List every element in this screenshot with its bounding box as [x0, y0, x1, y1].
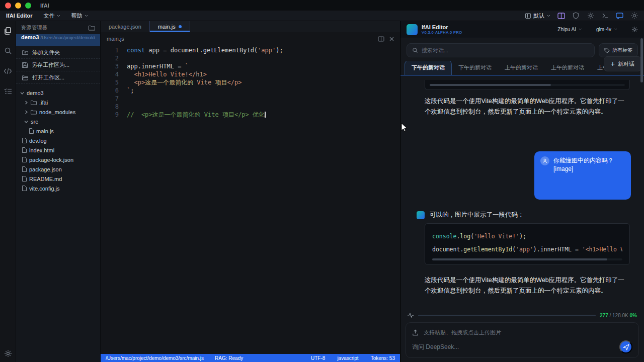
settings-gear-icon[interactable]	[4, 349, 13, 358]
search-icon[interactable]	[4, 46, 13, 55]
ai-panel: IfAI Editor V0.3.0-ALPHA.0 PRO Zhipu AI …	[400, 21, 644, 362]
text-caret	[265, 112, 266, 118]
tree-item-demo3[interactable]: demo3	[16, 88, 100, 98]
tree-item-index.html[interactable]: index.html	[16, 145, 100, 155]
code-icon[interactable]	[4, 66, 13, 75]
provider-select[interactable]: Zhipu AI	[557, 27, 582, 32]
chat-history[interactable]: 这段代码是一个使用Vite构建的最简单的Web应用程序。它首先打印了一个欢迎信息…	[400, 76, 644, 311]
status-encoding[interactable]: UTF-8	[311, 355, 325, 361]
theme-sun-icon[interactable]	[630, 12, 638, 20]
tree-item-.ifai[interactable]: .ifai	[16, 98, 100, 107]
tree-item-label: node_modules	[39, 109, 75, 115]
save-icon	[22, 62, 28, 68]
tree-item-label: vite.config.js	[29, 186, 60, 192]
zoom-window-button[interactable]	[25, 3, 31, 9]
file-icon	[22, 166, 27, 172]
status-file-path: /Users/mac/project/demo/demo3/src/main.j…	[106, 355, 204, 361]
plus-icon: +	[611, 60, 615, 67]
explorer-icon[interactable]	[4, 26, 13, 35]
conversation-tab[interactable]: 上午的新对话	[544, 61, 591, 75]
code-line: 3app.innerHTML = `	[101, 62, 400, 70]
split-editor-icon[interactable]	[378, 36, 384, 42]
assistant-intro-text: 可以的，图片中展示了一段代码：	[430, 211, 524, 219]
assistant-message-text: 这段代码是一个使用Vite构建的最简单的Web应用程序。它首先打印了一个欢迎信息…	[425, 96, 630, 117]
open-folder-icon[interactable]	[89, 25, 95, 31]
assistant-message-header: 可以的，图片中展示了一段代码：	[417, 211, 636, 219]
tree-item-node_modules[interactable]: node_modules	[16, 107, 100, 117]
tree-item-label: main.js	[36, 128, 54, 134]
model-select[interactable]: glm-4v	[596, 27, 617, 32]
tree-item-main.js[interactable]: main.js	[16, 126, 100, 136]
conversation-search[interactable]	[407, 43, 595, 57]
conversation-tab[interactable]: 下午的新对话	[405, 61, 452, 75]
line-number: 2	[101, 54, 127, 62]
new-chat-button[interactable]: + 新对话	[604, 56, 641, 71]
add-folder-button[interactable]: 添加文件夹	[16, 46, 100, 59]
tree-item-README.md[interactable]: README.md	[16, 174, 100, 184]
code-scrollbar[interactable]	[432, 258, 622, 260]
status-language[interactable]: javascript	[337, 355, 358, 361]
split-panel-icon[interactable]	[557, 12, 565, 20]
upload-hint-text: 支持粘贴、拖拽或点击上传图片	[424, 329, 501, 336]
editor-tab-main-js[interactable]: main.js	[149, 21, 190, 32]
minimize-window-button[interactable]	[15, 3, 21, 9]
open-workspace-button[interactable]: 打开工作区...	[16, 71, 100, 84]
code-line: 8	[101, 103, 400, 111]
search-input[interactable]	[422, 47, 589, 53]
close-window-button[interactable]	[5, 3, 11, 9]
user-avatar-icon	[540, 156, 549, 165]
workspace-row[interactable]: demo3 /Users/mac/project/demo/demo3	[16, 34, 100, 46]
gear-icon[interactable]	[587, 12, 594, 20]
chat-input[interactable]	[412, 343, 619, 350]
tree-item-label: demo3	[27, 90, 44, 96]
context-progress-track	[418, 315, 596, 316]
all-tags-button[interactable]: 所有标签	[599, 43, 638, 57]
menu-file[interactable]: 文件	[44, 12, 60, 20]
close-icon[interactable]	[389, 37, 394, 41]
profile-box-icon	[525, 13, 531, 19]
chevron-down-icon	[57, 15, 60, 17]
chat-panel-icon[interactable]	[616, 12, 623, 20]
chevron-down-icon	[579, 28, 582, 31]
chat-code-lines: console.log('Hello Vite!');document.getE…	[432, 230, 622, 256]
chevron-icon	[24, 110, 28, 114]
tree-item-vite.config.js[interactable]: vite.config.js	[16, 184, 100, 193]
code-line: 7	[101, 95, 400, 103]
tree-item-src[interactable]: src	[16, 117, 100, 126]
profile-selector[interactable]: 默认	[525, 12, 550, 20]
ai-settings-gear-icon[interactable]	[631, 26, 638, 33]
titlebar: IfAI	[0, 0, 644, 11]
tree-item-package-lock.json[interactable]: package-lock.json	[16, 155, 100, 164]
tasks-icon[interactable]	[4, 86, 13, 96]
tree-item-dev.log[interactable]: dev.log	[16, 136, 100, 145]
terminal-icon[interactable]	[601, 12, 609, 20]
context-used: 277	[600, 313, 608, 318]
upload-dropzone[interactable]: 支持粘贴、拖拽或点击上传图片	[412, 326, 632, 338]
code-scrollbar[interactable]	[430, 84, 625, 86]
tree-item-package.json[interactable]: package.json	[16, 164, 100, 174]
tree-item-label: index.html	[29, 147, 54, 153]
save-workspace-button[interactable]: 另存工作区为...	[16, 59, 100, 71]
line-number: 5	[101, 78, 127, 86]
tree-item-label: .ifai	[39, 100, 48, 106]
code-area[interactable]: 1const app = document.getElementById('ap…	[101, 45, 400, 354]
conversation-tab[interactable]: 上午的新对话	[498, 61, 544, 75]
file-icon	[29, 128, 34, 134]
ai-brand-title: IfAI Editor	[422, 24, 462, 30]
panel-scrollbar[interactable]	[640, 38, 643, 82]
search-icon	[412, 47, 418, 53]
status-rag: RAG: Ready	[215, 355, 243, 361]
chevron-down-icon	[614, 28, 617, 31]
window-title: IfAI	[40, 3, 49, 9]
open-folder-icon	[22, 75, 28, 80]
editor-tab-package-json[interactable]: package.json	[101, 21, 149, 32]
line-number: 7	[101, 95, 127, 103]
file-icon	[22, 176, 27, 182]
menu-help[interactable]: 帮助	[71, 12, 88, 20]
activity-bar	[0, 21, 16, 362]
editor-tabbar: package.json main.js	[101, 21, 400, 32]
conversation-tab[interactable]: 下午的新对话	[452, 61, 498, 75]
send-button[interactable]	[619, 340, 632, 353]
shield-icon[interactable]	[572, 12, 580, 20]
workspace-name: demo3	[21, 34, 39, 40]
